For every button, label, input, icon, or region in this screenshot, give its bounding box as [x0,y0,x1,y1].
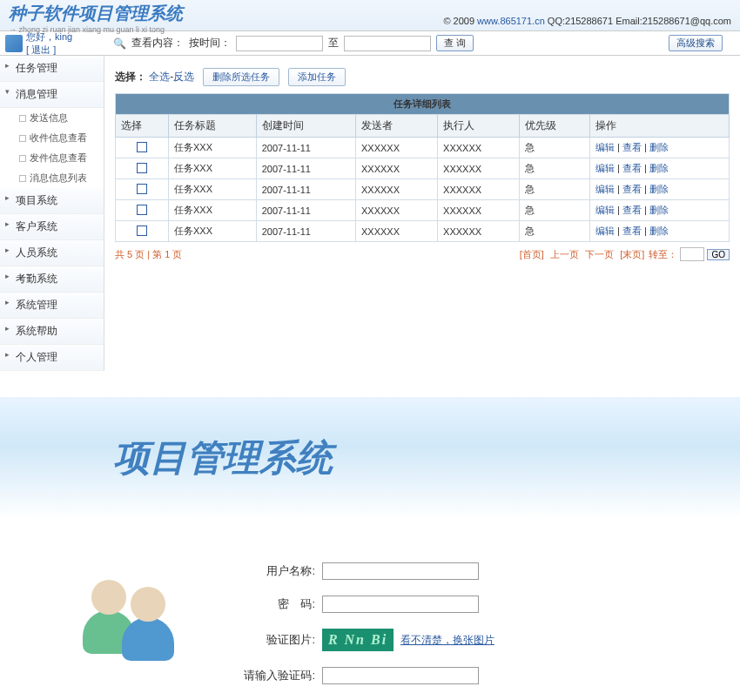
table-cell: 任务XXX [169,221,257,242]
table-cell [116,221,169,242]
app-subtitle: → zhong zi ruan jian xiang mu guan li xi… [9,25,731,34]
login-body: 用户名称: 密 码: 验证图片: R Nn Bi 看不清楚，换张图片 请输入验证… [0,519,740,700]
table-row: 任务XXX2007-11-11XXXXXXXXXXXX急编辑 | 查看 | 删除 [116,200,730,221]
sidebar-item[interactable]: 任务管理 [0,56,104,82]
task-table: 任务详细列表 选择任务标题创建时间发送者执行人优先级操作 任务XXX2007-1… [115,93,730,242]
sidebar-item[interactable]: 考勤系统 [0,266,104,293]
table-cell: 2007-11-11 [256,138,355,158]
delete-link[interactable]: 删除 [649,225,669,236]
table-cell [116,158,169,179]
table-cell: 2007-11-11 [256,221,355,242]
toolbar: 您好，king [ 退出 ] 🔍 查看内容： 按时间： 至 查 询 高级搜索 [0,31,740,56]
table-row: 任务XXX2007-11-11XXXXXXXXXXXX急编辑 | 查看 | 删除 [116,179,730,200]
search-time-label: 按时间： [189,36,231,50]
sidebar-item[interactable]: 客户系统 [0,214,104,240]
sidebar-item[interactable]: 系统管理 [0,293,104,319]
username-label: 用户名称: [244,563,322,579]
table-header: 任务标题 [169,115,257,138]
table-title: 任务详细列表 [116,94,730,115]
delete-link[interactable]: 删除 [649,184,669,194]
delete-link[interactable]: 删除 [649,163,669,173]
verify-label: 请输入验证码: [244,668,322,683]
table-cell: 急 [520,179,590,200]
username-input[interactable] [322,562,479,580]
sidebar-subitem[interactable]: 发送信息 [19,108,104,128]
sidebar-item[interactable]: 人员系统 [0,240,104,266]
pager-info: 共 5 页 | 第 1 页 [115,248,182,261]
pager-go-button[interactable]: GO [707,249,730,260]
pager-first[interactable]: [首页] [520,249,544,259]
edit-link[interactable]: 编辑 [595,184,615,194]
table-header: 选择 [116,115,169,138]
sidebar-item[interactable]: 个人管理 [0,345,104,371]
table-cell: 急 [520,221,590,242]
edit-link[interactable]: 编辑 [595,225,615,236]
search-to-input[interactable] [344,36,431,51]
table-cell: 2007-11-11 [256,200,355,221]
delete-selected-button[interactable]: 删除所选任务 [203,68,279,86]
main: 任务管理消息管理发送信息收件信息查看发件信息查看消息信息列表项目系统客户系统人员… [0,56,740,371]
search-from-input[interactable] [236,36,323,51]
login-icon [52,562,209,700]
select-bar: 选择： 全选-反选 删除所选任务 添加任务 [115,64,730,90]
delete-link[interactable]: 删除 [649,205,669,215]
pager-last[interactable]: [末页] [620,249,644,259]
email-text: Email:215288671@qq.com [616,16,731,26]
sidebar-subitem[interactable]: 收件信息查看 [19,128,104,148]
pager-next[interactable]: 下一页 [585,249,614,259]
row-checkbox[interactable] [137,205,147,215]
table-cell: XXXXXX [438,179,520,200]
table-cell: 急 [520,200,590,221]
table-cell: XXXXXX [355,221,437,242]
row-checkbox[interactable] [137,225,147,236]
login-banner: 项目管理系统 [0,397,740,519]
search-button[interactable]: 查 询 [436,35,474,51]
row-checkbox[interactable] [137,163,147,173]
table-header: 优先级 [520,115,590,138]
table-cell [116,179,169,200]
view-link[interactable]: 查看 [622,225,642,236]
sidebar-subitem[interactable]: 消息信息列表 [19,168,104,188]
captcha-image: R Nn Bi [322,629,394,651]
password-label: 密 码: [244,596,322,612]
pager-prev[interactable]: 上一页 [550,249,579,259]
verify-input[interactable] [322,667,479,684]
table-cell: XXXXXX [438,138,520,158]
row-checkbox[interactable] [137,142,147,152]
select-invert-link[interactable]: 反选 [173,71,194,83]
sidebar-item[interactable]: 消息管理 [0,82,104,108]
pager: 共 5 页 | 第 1 页 [首页] 上一页 下一页 [末页] 转至： GO [115,242,730,266]
captcha-refresh-link[interactable]: 看不清楚，换张图片 [400,633,494,648]
add-task-button[interactable]: 添加任务 [288,68,346,86]
sidebar-item[interactable]: 项目系统 [0,188,104,214]
view-link[interactable]: 查看 [622,184,642,194]
login-banner-title: 项目管理系统 [113,434,333,482]
select-all-link[interactable]: 全选 [149,71,170,83]
table-cell: 任务XXX [169,200,257,221]
row-checkbox[interactable] [137,184,147,194]
pager-goto-input[interactable] [680,247,704,261]
site-link[interactable]: www.865171.cn [477,16,545,26]
edit-link[interactable]: 编辑 [595,163,615,173]
advanced-search-button[interactable]: 高级搜索 [669,35,723,51]
content: 选择： 全选-反选 删除所选任务 添加任务 任务详细列表 选择任务标题创建时间发… [104,56,740,371]
table-cell: 编辑 | 查看 | 删除 [589,200,729,221]
captcha-label: 验证图片: [244,632,322,648]
table-row: 任务XXX2007-11-11XXXXXXXXXXXX急编辑 | 查看 | 删除 [116,138,730,158]
sidebar-subitem[interactable]: 发件信息查看 [19,148,104,168]
table-cell [116,200,169,221]
copyright: © 2009 [443,16,477,26]
view-link[interactable]: 查看 [622,142,642,152]
delete-link[interactable]: 删除 [649,142,669,152]
password-input[interactable] [322,596,479,613]
sidebar-item[interactable]: 系统帮助 [0,319,104,345]
logout-link[interactable]: [ 退出 ] [26,44,56,55]
view-link[interactable]: 查看 [622,163,642,173]
edit-link[interactable]: 编辑 [595,142,615,152]
view-link[interactable]: 查看 [622,205,642,215]
table-cell: 2007-11-11 [256,179,355,200]
table-cell: XXXXXX [438,221,520,242]
table-cell: XXXXXX [355,200,437,221]
table-header: 操作 [589,115,729,138]
edit-link[interactable]: 编辑 [595,205,615,215]
